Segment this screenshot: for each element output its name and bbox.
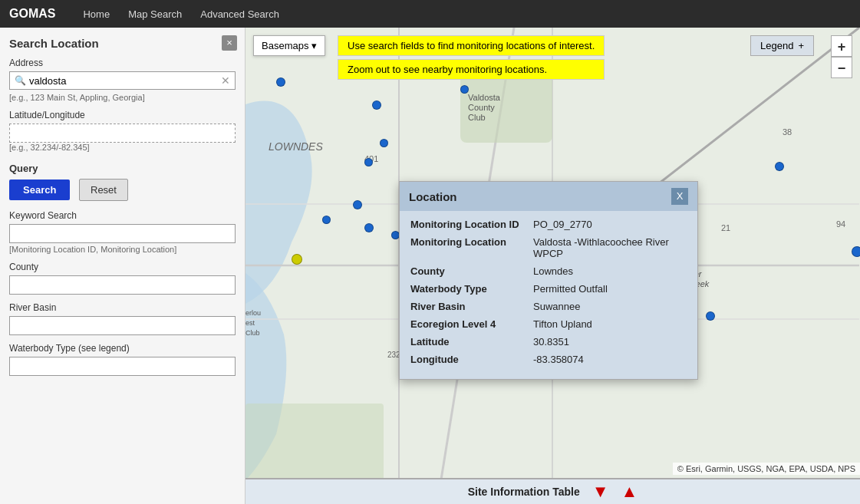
svg-text:38: 38 [783, 127, 792, 137]
wbtype-input[interactable] [9, 357, 236, 376]
popup-field-key: Monitoring Location ID [410, 219, 533, 230]
map-marker[interactable] [775, 162, 784, 171]
keyword-hint: [Monitoring Location ID, Monitoring Loca… [9, 245, 236, 254]
clear-address-icon[interactable]: ✕ [221, 74, 230, 87]
popup-header: Location X [400, 182, 697, 211]
svg-text:94: 94 [836, 219, 845, 229]
popup-row: Ecoregion Level 4Tifton Upland [410, 318, 687, 330]
svg-text:Club: Club [245, 329, 260, 337]
popup-row: River BasinSuwannee [410, 301, 687, 312]
legend-label: Legend [760, 40, 793, 51]
table-collapse-up-button[interactable]: ▲ [621, 482, 638, 502]
location-popup: Location X Monitoring Location IDPO_09_2… [399, 181, 698, 380]
nav-advanced-search[interactable]: Advanced Search [200, 8, 279, 20]
popup-field-value: PO_09_2770 [533, 219, 687, 230]
legend-plus-icon: + [798, 40, 804, 51]
popup-field-key: Longitude [410, 354, 533, 365]
reset-button[interactable]: Reset [79, 179, 128, 201]
panel-title: Search Location [9, 37, 236, 50]
legend-button[interactable]: Legend + [750, 35, 814, 56]
basemap-button[interactable]: Basemaps ▾ [253, 35, 325, 56]
basin-label: River Basin [9, 302, 236, 313]
map-marker[interactable] [292, 254, 302, 265]
search-button[interactable]: Search [9, 180, 70, 200]
zoom-out-button[interactable]: − [831, 57, 852, 78]
popup-field-value: Tifton Upland [533, 318, 687, 330]
popup-title: Location [409, 190, 457, 203]
popup-field-key: Monitoring Location [410, 236, 533, 259]
nav-home[interactable]: Home [83, 8, 110, 20]
latlon-input[interactable] [9, 124, 236, 143]
svg-text:LOWNDES: LOWNDES [269, 140, 323, 153]
search-icon: 🔍 [15, 75, 26, 86]
address-label: Address [9, 58, 236, 68]
popup-row: Monitoring Location IDPO_09_2770 [410, 219, 687, 230]
svg-text:est: est [245, 319, 255, 327]
query-section-title: Query [9, 163, 236, 174]
map-marker[interactable] [852, 246, 860, 257]
popup-row: Latitude30.8351 [410, 336, 687, 348]
address-input[interactable] [29, 75, 221, 87]
map-marker[interactable] [353, 200, 362, 209]
keyword-input[interactable] [9, 224, 236, 243]
popup-row: Waterbody TypePermitted Outfall [410, 283, 687, 295]
table-expand-down-button[interactable]: ▼ [592, 482, 609, 502]
map-marker[interactable] [372, 100, 381, 110]
popup-close-button[interactable]: X [671, 188, 688, 205]
map-marker[interactable] [706, 311, 715, 321]
popup-row: Longitude-83.358074 [410, 354, 687, 365]
map-marker[interactable] [322, 216, 331, 224]
popup-field-key: Latitude [410, 336, 533, 348]
popup-field-value: Suwannee [533, 301, 687, 312]
svg-text:County: County [468, 103, 495, 112]
latlon-label: Latitude/Longitude [9, 110, 236, 120]
info-banner-2: Zoom out to see nearby monitoring locati… [338, 59, 605, 80]
popup-field-value: -83.358074 [533, 354, 687, 365]
popup-field-key: Ecoregion Level 4 [410, 318, 533, 330]
info-banners: Use search fields to find monitoring loc… [338, 35, 605, 83]
info-banner-1: Use search fields to find monitoring loc… [338, 35, 605, 56]
popup-field-key: County [410, 265, 533, 277]
basin-input[interactable] [9, 316, 236, 335]
popup-field-value: 30.8351 [533, 336, 687, 348]
map-marker[interactable] [460, 85, 469, 94]
popup-field-value: Valdosta -Withlacoochee River WPCP [533, 236, 687, 259]
latlon-hint: [e.g., 32.234/-82.345] [9, 143, 236, 152]
brand-logo: GOMAS [9, 7, 55, 21]
zoom-controls: + − [831, 35, 852, 78]
svg-text:Valdosta: Valdosta [468, 93, 501, 102]
close-panel-button[interactable]: × [222, 35, 237, 51]
popup-content: Monitoring Location IDPO_09_2770Monitori… [400, 211, 697, 379]
map-marker[interactable] [276, 77, 285, 87]
search-panel: Search Location × Address 🔍 ✕ [e.g., 123… [0, 28, 245, 504]
nav-map-search[interactable]: Map Search [128, 8, 182, 20]
address-hint: [e.g., 123 Main St, Appling, Georgia] [9, 93, 236, 102]
wbtype-label: Waterbody Type (see legend) [9, 343, 236, 354]
esri-watermark: © Esri, Garmin, USGS, NGA, EPA, USDA, NP… [673, 463, 860, 475]
popup-field-key: Waterbody Type [410, 283, 533, 295]
map-toolbar: Basemaps ▾ [253, 35, 325, 56]
svg-text:Club: Club [468, 113, 486, 122]
map-marker[interactable] [364, 223, 374, 232]
main-layout: Search Location × Address 🔍 ✕ [e.g., 123… [0, 28, 860, 504]
popup-field-value: Lowndes [533, 265, 687, 277]
svg-text:21: 21 [721, 223, 730, 232]
top-navigation: GOMAS Home Map Search Advanced Search [0, 0, 860, 28]
query-buttons: Search Reset [9, 179, 236, 201]
zoom-in-button[interactable]: + [831, 35, 852, 57]
popup-row: Monitoring LocationValdosta -Withlacooch… [410, 236, 687, 259]
county-input[interactable] [9, 275, 236, 295]
bottom-bar: Site Information Table ▼ ▲ [245, 478, 860, 504]
popup-field-key: River Basin [410, 301, 533, 312]
popup-field-value: Permitted Outfall [533, 283, 687, 295]
keyword-label: Keyword Search [9, 210, 236, 221]
county-label: County [9, 262, 236, 272]
site-info-table-label: Site Information Table [468, 486, 580, 498]
map-area[interactable]: LOWNDES Valdosta County Club Valdosta Ot… [245, 28, 860, 504]
map-marker[interactable] [364, 158, 373, 166]
svg-text:erlou: erlou [245, 309, 261, 317]
address-input-wrapper: 🔍 ✕ [9, 71, 236, 90]
popup-row: CountyLowndes [410, 265, 687, 277]
map-marker[interactable] [380, 139, 388, 147]
